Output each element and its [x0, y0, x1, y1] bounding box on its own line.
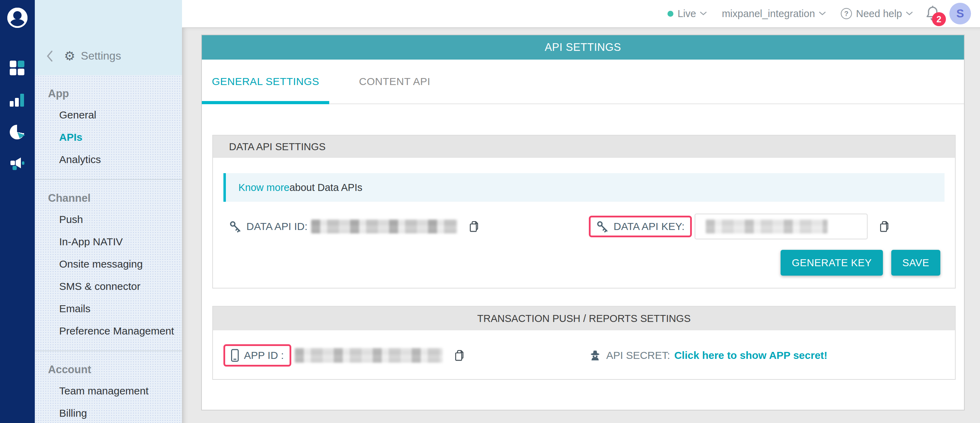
settings-nav-in-app-nativ[interactable]: In-App NATIV	[35, 231, 182, 253]
analytics-bars-icon[interactable]	[10, 93, 25, 107]
chevron-down-icon	[700, 11, 707, 16]
transaction-settings-section: TRANSACTION PUSH / REPORTS SETTINGS	[212, 306, 956, 380]
settings-section-channel: ChannelPushIn-App NATIVOnsite messagingS…	[35, 179, 182, 351]
data-api-key-value-redacted	[706, 220, 827, 233]
transaction-settings-header: TRANSACTION PUSH / REPORTS SETTINGS	[213, 306, 955, 330]
show-app-secret-link[interactable]: Click here to show APP secret!	[674, 350, 827, 361]
settings-panel-title: Settings	[81, 49, 121, 62]
data-api-id-value-redacted	[311, 220, 457, 233]
data-api-id-label: DATA API ID:	[247, 220, 308, 232]
settings-section-app: AppGeneralAPIsAnalytics	[35, 75, 182, 179]
data-api-key-input[interactable]	[695, 214, 868, 239]
copy-app-id-icon[interactable]	[452, 349, 465, 362]
brand-logo-icon[interactable]	[7, 8, 27, 28]
logo-rim	[7, 8, 27, 28]
user-avatar[interactable]: S	[950, 3, 971, 24]
chevron-down-icon	[905, 11, 913, 16]
settings-panel-header: ⚙ Settings	[35, 0, 182, 75]
gear-icon: ⚙	[64, 50, 75, 62]
tab-content-api-label: CONTENT API	[359, 76, 431, 88]
data-api-settings-section: DATA API SETTINGS Know more about Data A…	[212, 135, 956, 289]
api-secret-label: API SECRET:	[606, 350, 670, 361]
settings-section-header-app: App	[35, 84, 182, 104]
api-settings-card: API SETTINGS GENERAL SETTINGS CONTENT AP…	[201, 35, 965, 410]
know-more-banner: Know more about Data APIs	[223, 173, 945, 202]
settings-nav-team-management[interactable]: Team management	[35, 380, 182, 402]
notification-count-badge: 2	[932, 12, 946, 26]
content-background: API SETTINGS GENERAL SETTINGS CONTENT AP…	[182, 28, 980, 423]
segments-pie-icon[interactable]	[10, 125, 24, 139]
settings-nav-emails[interactable]: Emails	[35, 298, 182, 320]
settings-nav-general[interactable]: General	[35, 104, 182, 126]
page-title: API SETTINGS	[202, 35, 964, 59]
settings-nav-sms-connector[interactable]: SMS & connector	[35, 275, 182, 298]
workspace-name: mixpanel_integration	[722, 8, 815, 19]
campaigns-megaphone-icon[interactable]	[10, 157, 25, 172]
need-help-label: Need help	[856, 8, 902, 19]
active-tab-underline	[202, 101, 329, 104]
settings-nav-push[interactable]: Push	[35, 208, 182, 231]
app-window: ⚙ Settings AppGeneralAPIsAnalyticsChanne…	[0, 0, 980, 423]
environment-label: Live	[678, 8, 696, 19]
chevron-down-icon	[819, 11, 826, 16]
key-icon	[596, 220, 609, 233]
tab-bar: GENERAL SETTINGS CONTENT API	[202, 59, 964, 104]
know-more-link[interactable]: Know more	[239, 182, 290, 193]
app-id-value-redacted	[295, 348, 443, 363]
settings-nav-apis[interactable]: APIs	[35, 126, 182, 148]
copy-data-api-key-icon[interactable]	[877, 220, 890, 233]
dashboard-grid-icon[interactable]	[10, 61, 25, 76]
settings-section-header-account: Account	[35, 359, 182, 380]
secret-agent-icon	[589, 349, 601, 362]
help-question-icon: ?	[841, 8, 852, 19]
tab-content-api[interactable]: CONTENT API	[342, 59, 447, 104]
save-button[interactable]: SAVE	[891, 250, 940, 276]
settings-nav-billing[interactable]: Billing	[35, 402, 182, 423]
settings-panel: ⚙ Settings AppGeneralAPIsAnalyticsChanne…	[35, 0, 182, 423]
mobile-phone-icon	[231, 349, 239, 362]
settings-nav-onsite-messaging[interactable]: Onsite messaging	[35, 253, 182, 275]
back-chevron-icon[interactable]	[45, 50, 54, 62]
main-region: Live mixpanel_integration ? Need help	[182, 0, 980, 423]
card-body: DATA API SETTINGS Know more about Data A…	[202, 104, 964, 380]
highlight-box-app-id: APP ID :	[223, 344, 291, 367]
notifications-bell-icon[interactable]: 2	[925, 5, 940, 22]
settings-nav-analytics[interactable]: Analytics	[35, 148, 182, 171]
tab-general-settings[interactable]: GENERAL SETTINGS	[202, 59, 329, 104]
settings-section-header-channel: Channel	[35, 188, 182, 208]
live-status-dot	[668, 11, 673, 17]
key-icon	[229, 220, 242, 233]
settings-nav-preference-management[interactable]: Preference Management	[35, 320, 182, 342]
tab-general-settings-label: GENERAL SETTINGS	[212, 76, 320, 88]
app-rail	[0, 0, 35, 423]
know-more-rest: about Data APIs	[290, 182, 363, 193]
settings-nav-list: AppGeneralAPIsAnalyticsChannelPushIn-App…	[35, 75, 182, 423]
need-help-menu[interactable]: ? Need help	[841, 8, 913, 19]
environment-selector[interactable]: Live	[668, 8, 707, 19]
data-api-key-label: DATA API KEY:	[614, 220, 684, 232]
topbar: Live mixpanel_integration ? Need help	[182, 0, 980, 28]
workspace-selector[interactable]: mixpanel_integration	[722, 8, 826, 19]
app-id-label: APP ID :	[244, 350, 284, 361]
copy-data-api-id-icon[interactable]	[467, 220, 480, 233]
settings-section-account: AccountTeam managementBilling	[35, 351, 182, 423]
data-api-settings-header: DATA API SETTINGS	[213, 136, 955, 158]
generate-key-button[interactable]: GENERATE KEY	[781, 250, 883, 276]
highlight-box-data-api-key: DATA API KEY:	[589, 215, 692, 237]
